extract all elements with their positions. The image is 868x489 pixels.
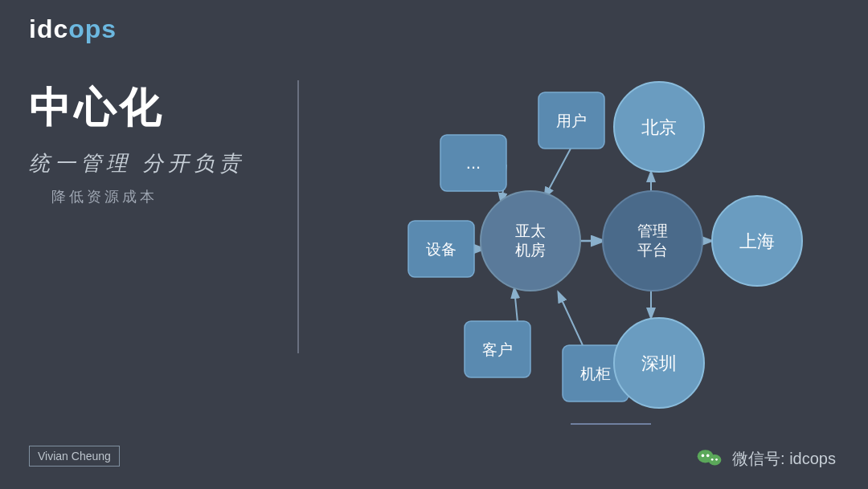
diagram-svg: 亚太 机房 管理 平台 用户 ... 设备 客户 机柜 北京 上海 深圳 — [346, 48, 844, 442]
main-title: 中心化 — [29, 80, 302, 137]
svg-text:平台: 平台 — [637, 242, 668, 259]
svg-point-3 — [708, 454, 721, 466]
svg-point-1 — [702, 454, 705, 458]
svg-line-10 — [559, 293, 583, 345]
svg-point-15 — [481, 191, 580, 291]
svg-text:...: ... — [466, 153, 481, 173]
svg-text:机房: 机房 — [515, 242, 546, 259]
svg-text:设备: 设备 — [426, 241, 457, 258]
diagram: 亚太 机房 管理 平台 用户 ... 设备 客户 机柜 北京 上海 深圳 — [346, 48, 844, 442]
wechat-footer: 微信号: idcops — [695, 444, 836, 473]
svg-text:亚太: 亚太 — [515, 222, 546, 239]
svg-text:北京: 北京 — [641, 117, 677, 137]
wechat-label: 微信号: idcops — [732, 448, 836, 470]
svg-point-5 — [715, 458, 718, 461]
author-box: Vivian Cheung — [29, 446, 120, 467]
svg-point-18 — [603, 191, 702, 291]
svg-point-4 — [711, 458, 714, 461]
logo-idc: idc — [29, 14, 68, 43]
author-name: Vivian Cheung — [38, 450, 111, 463]
svg-text:深圳: 深圳 — [641, 353, 677, 373]
vertical-divider — [297, 80, 299, 353]
svg-text:上海: 上海 — [739, 231, 775, 251]
svg-text:客户: 客户 — [482, 341, 513, 358]
svg-text:机柜: 机柜 — [580, 365, 611, 382]
svg-point-2 — [706, 454, 710, 458]
sub-subtitle: 降低资源成本 — [29, 187, 302, 206]
svg-text:管理: 管理 — [637, 222, 668, 239]
wechat-icon — [695, 444, 724, 473]
logo-ops: ops — [68, 14, 117, 43]
svg-line-7 — [545, 149, 571, 197]
subtitle: 统一管理 分开负责 — [29, 149, 302, 177]
logo: idcops — [29, 14, 117, 44]
left-panel: 中心化 统一管理 分开负责 降低资源成本 — [29, 80, 302, 206]
svg-text:用户: 用户 — [556, 112, 587, 129]
